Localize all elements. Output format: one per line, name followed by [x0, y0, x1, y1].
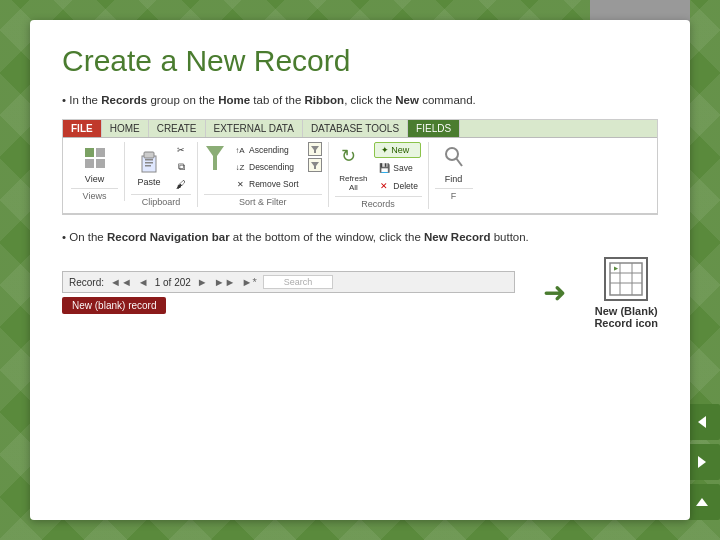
- records-small-btns: ✦ New 💾 Save ✕ Delete: [374, 142, 421, 194]
- clipboard-small-buttons: ✂ ⧉ 🖌: [171, 142, 191, 192]
- prev-btn[interactable]: ◄: [138, 276, 149, 288]
- svg-rect-6: [96, 159, 105, 168]
- svg-marker-0: [698, 416, 706, 428]
- svg-rect-10: [145, 162, 153, 164]
- bullet2-fin: button.: [490, 231, 528, 243]
- bullet2-pre: On the: [69, 231, 107, 243]
- copy-button[interactable]: ⧉: [171, 159, 191, 175]
- filter-extra-2: [308, 158, 322, 172]
- slide-title: Create a New Record: [62, 44, 658, 78]
- find-button[interactable]: Find: [436, 142, 472, 186]
- nav-bar-inner: Record: ◄◄ ◄ 1 of 202 ► ►► ►* Search: [62, 271, 515, 293]
- filter-extra-1: [308, 142, 322, 156]
- ribbon-group-clipboard: Paste ✂ ⧉ 🖌 Clipboard: [125, 142, 198, 207]
- svg-rect-5: [85, 159, 94, 168]
- ribbon-tabs: FILE HOME CREATE EXTERNAL DATA DATABASE …: [63, 120, 657, 138]
- next-btn[interactable]: ►: [197, 276, 208, 288]
- tab-dbtools[interactable]: DATABASE TOOLS: [303, 120, 408, 137]
- records-group-label: Records: [335, 196, 422, 209]
- ribbon-group-records: ↻ RefreshAll ✦ New 💾 Save: [329, 142, 429, 209]
- tab-home[interactable]: HOME: [102, 120, 149, 137]
- new-blank-record-icon: ▶: [608, 261, 644, 297]
- save-label: Save: [393, 163, 412, 173]
- views-group-label: Views: [71, 188, 118, 201]
- remove-sort-label: Remove Sort: [249, 179, 299, 189]
- navigation-bar-mockup: Record: ◄◄ ◄ 1 of 202 ► ►► ►* Search New…: [62, 271, 515, 314]
- new-blank-icon-visual: ▶: [604, 257, 648, 301]
- svg-rect-3: [85, 148, 94, 157]
- svg-text:▶: ▶: [614, 265, 619, 271]
- format-icon: 🖌: [174, 177, 188, 191]
- delete-label: Delete: [393, 181, 418, 191]
- format-button[interactable]: 🖌: [171, 176, 191, 192]
- find-label: Find: [445, 174, 463, 184]
- ascending-label: Ascending: [249, 145, 289, 155]
- svg-marker-2: [696, 498, 708, 506]
- save-button[interactable]: 💾 Save: [374, 160, 421, 176]
- bullet2-nav: Record Navigation bar: [107, 231, 230, 243]
- tab-external[interactable]: EXTERNAL DATA: [206, 120, 303, 137]
- record-number: 1 of 202: [155, 277, 191, 288]
- tab-file[interactable]: FILE: [63, 120, 102, 137]
- bullet1-pre: In the: [69, 94, 101, 106]
- ribbon-mockup: FILE HOME CREATE EXTERNAL DATA DATABASE …: [62, 119, 658, 215]
- paste-icon: [135, 147, 163, 175]
- new-star-icon: ✦: [381, 145, 389, 155]
- svg-line-17: [456, 158, 462, 166]
- ribbon-group-views: View Views: [65, 142, 125, 201]
- find-group-label: F: [435, 188, 473, 201]
- delete-button[interactable]: ✕ Delete: [374, 178, 421, 194]
- ribbon-group-find: Find F: [429, 142, 479, 201]
- copy-icon: ⧉: [174, 160, 188, 174]
- find-content: Find: [436, 142, 472, 188]
- view-icon: [81, 144, 109, 172]
- descending-button[interactable]: ↓Z Descending: [230, 159, 302, 175]
- svg-marker-12: [206, 146, 224, 170]
- sort-filter-content: ↑A Ascending ↓Z Descending ✕ Remove Sort: [204, 142, 322, 194]
- icon-caption-line1: New (Blank): [595, 305, 658, 317]
- svg-marker-1: [698, 456, 706, 468]
- record-label: Record:: [69, 277, 104, 288]
- clipboard-group-label: Clipboard: [131, 194, 191, 207]
- sort-filter-group-label: Sort & Filter: [204, 194, 322, 207]
- tab-create[interactable]: CREATE: [149, 120, 206, 137]
- refresh-icon: ↻: [339, 144, 367, 172]
- remove-sort-button[interactable]: ✕ Remove Sort: [230, 176, 302, 192]
- ascending-icon: ↑A: [233, 143, 247, 157]
- icon-caption-line2: Record icon: [594, 317, 658, 329]
- svg-rect-8: [144, 152, 154, 158]
- bullet1-ribbon: Ribbon: [305, 94, 345, 106]
- filter-icon-area: [204, 142, 226, 174]
- svg-marker-14: [311, 162, 319, 169]
- bullet1-end: , click the: [344, 94, 395, 106]
- paste-label: Paste: [137, 177, 160, 187]
- svg-rect-9: [145, 159, 153, 161]
- new-record-nav-btn[interactable]: ►*: [242, 276, 257, 288]
- refresh-button[interactable]: ↻ RefreshAll: [335, 142, 371, 194]
- prev-prev-btn[interactable]: ◄◄: [110, 276, 132, 288]
- tab-fields[interactable]: FIELDS: [408, 120, 460, 137]
- bullet1-tab: tab of the: [250, 94, 304, 106]
- save-icon: 💾: [377, 161, 391, 175]
- new-blank-record-bar[interactable]: New (blank) record: [62, 297, 166, 314]
- view-button[interactable]: View: [77, 142, 113, 186]
- bullet1-mid: group on the: [147, 94, 218, 106]
- ascending-button[interactable]: ↑A Ascending: [230, 142, 302, 158]
- bullet-1: • In the Records group on the Home tab o…: [62, 92, 658, 109]
- find-icon: [440, 144, 468, 172]
- new-btn-label: New: [391, 145, 409, 155]
- cut-button[interactable]: ✂: [171, 142, 191, 158]
- filter-extra-icons: [308, 142, 322, 172]
- paste-button[interactable]: Paste: [131, 145, 167, 189]
- delete-icon: ✕: [377, 179, 391, 193]
- bullet1-new: New: [395, 94, 419, 106]
- next-next-btn[interactable]: ►►: [214, 276, 236, 288]
- bullet-2: • On the Record Navigation bar at the bo…: [62, 229, 658, 246]
- slide-content: Create a New Record • In the Records gro…: [30, 20, 690, 520]
- views-content: View: [77, 142, 113, 188]
- new-record-button[interactable]: ✦ New: [374, 142, 421, 158]
- descending-label: Descending: [249, 162, 294, 172]
- right-arrow-icon: ➜: [543, 276, 566, 309]
- clipboard-content: Paste ✂ ⧉ 🖌: [131, 142, 191, 194]
- bullet1-records: Records: [101, 94, 147, 106]
